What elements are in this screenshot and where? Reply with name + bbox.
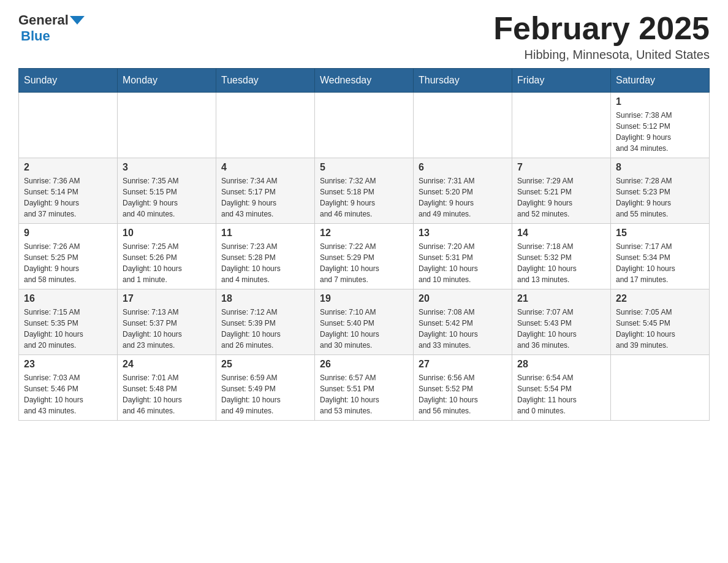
day-number: 13 xyxy=(419,228,507,239)
weekday-header-saturday: Saturday xyxy=(611,69,710,93)
day-number: 22 xyxy=(616,293,704,304)
day-cell: 15Sunrise: 7:17 AM Sunset: 5:34 PM Dayli… xyxy=(611,224,710,289)
day-info: Sunrise: 7:34 AM Sunset: 5:17 PM Dayligh… xyxy=(221,175,309,220)
day-cell xyxy=(315,93,414,158)
week-row-3: 9Sunrise: 7:26 AM Sunset: 5:25 PM Daylig… xyxy=(19,224,710,289)
day-cell xyxy=(19,93,118,158)
day-cell xyxy=(512,93,611,158)
day-number: 19 xyxy=(320,293,408,304)
day-number: 1 xyxy=(616,96,704,107)
day-number: 5 xyxy=(320,162,408,173)
logo-arrow-icon xyxy=(70,16,85,25)
day-number: 20 xyxy=(419,293,507,304)
title-section: February 2025 Hibbing, Minnesota, United… xyxy=(493,12,710,62)
day-cell: 6Sunrise: 7:31 AM Sunset: 5:20 PM Daylig… xyxy=(414,158,512,224)
day-number: 8 xyxy=(616,162,704,173)
day-cell: 18Sunrise: 7:12 AM Sunset: 5:39 PM Dayli… xyxy=(216,289,315,355)
weekday-header-friday: Friday xyxy=(512,69,611,93)
day-cell: 12Sunrise: 7:22 AM Sunset: 5:29 PM Dayli… xyxy=(315,224,414,289)
month-year-title: February 2025 xyxy=(493,12,710,44)
day-info: Sunrise: 7:12 AM Sunset: 5:39 PM Dayligh… xyxy=(221,307,309,351)
day-info: Sunrise: 7:36 AM Sunset: 5:14 PM Dayligh… xyxy=(24,175,112,220)
logo: General Blue xyxy=(18,12,86,44)
day-cell xyxy=(216,93,315,158)
day-cell: 5Sunrise: 7:32 AM Sunset: 5:18 PM Daylig… xyxy=(315,158,414,224)
day-number: 6 xyxy=(419,162,507,173)
day-cell: 23Sunrise: 7:03 AM Sunset: 5:46 PM Dayli… xyxy=(19,355,118,421)
day-cell: 24Sunrise: 7:01 AM Sunset: 5:48 PM Dayli… xyxy=(118,355,216,421)
day-info: Sunrise: 7:29 AM Sunset: 5:21 PM Dayligh… xyxy=(517,175,605,220)
day-cell: 14Sunrise: 7:18 AM Sunset: 5:32 PM Dayli… xyxy=(512,224,611,289)
day-cell: 7Sunrise: 7:29 AM Sunset: 5:21 PM Daylig… xyxy=(512,158,611,224)
week-row-1: 1Sunrise: 7:38 AM Sunset: 5:12 PM Daylig… xyxy=(19,93,710,158)
day-cell: 22Sunrise: 7:05 AM Sunset: 5:45 PM Dayli… xyxy=(611,289,710,355)
day-number: 27 xyxy=(419,359,507,370)
day-info: Sunrise: 7:35 AM Sunset: 5:15 PM Dayligh… xyxy=(123,175,211,220)
day-number: 18 xyxy=(221,293,309,304)
day-number: 10 xyxy=(123,228,211,239)
day-info: Sunrise: 7:23 AM Sunset: 5:28 PM Dayligh… xyxy=(221,241,309,285)
day-info: Sunrise: 7:31 AM Sunset: 5:20 PM Dayligh… xyxy=(419,175,507,220)
day-info: Sunrise: 6:56 AM Sunset: 5:52 PM Dayligh… xyxy=(419,372,507,416)
day-info: Sunrise: 7:08 AM Sunset: 5:42 PM Dayligh… xyxy=(419,307,507,351)
day-cell: 2Sunrise: 7:36 AM Sunset: 5:14 PM Daylig… xyxy=(19,158,118,224)
day-number: 14 xyxy=(517,228,605,239)
day-number: 17 xyxy=(123,293,211,304)
day-cell: 9Sunrise: 7:26 AM Sunset: 5:25 PM Daylig… xyxy=(19,224,118,289)
weekday-header-tuesday: Tuesday xyxy=(216,69,315,93)
day-info: Sunrise: 7:15 AM Sunset: 5:35 PM Dayligh… xyxy=(24,307,112,351)
day-cell xyxy=(414,93,512,158)
day-cell xyxy=(611,355,710,421)
day-info: Sunrise: 7:22 AM Sunset: 5:29 PM Dayligh… xyxy=(320,241,408,285)
day-number: 24 xyxy=(123,359,211,370)
day-cell: 1Sunrise: 7:38 AM Sunset: 5:12 PM Daylig… xyxy=(611,93,710,158)
day-cell: 11Sunrise: 7:23 AM Sunset: 5:28 PM Dayli… xyxy=(216,224,315,289)
weekday-header-thursday: Thursday xyxy=(414,69,512,93)
day-info: Sunrise: 7:03 AM Sunset: 5:46 PM Dayligh… xyxy=(24,372,112,416)
page-header: General Blue February 2025 Hibbing, Minn… xyxy=(18,12,710,62)
day-number: 15 xyxy=(616,228,704,239)
week-row-2: 2Sunrise: 7:36 AM Sunset: 5:14 PM Daylig… xyxy=(19,158,710,224)
day-cell xyxy=(118,93,216,158)
day-cell: 21Sunrise: 7:07 AM Sunset: 5:43 PM Dayli… xyxy=(512,289,611,355)
weekday-header-sunday: Sunday xyxy=(19,69,118,93)
day-number: 4 xyxy=(221,162,309,173)
week-row-4: 16Sunrise: 7:15 AM Sunset: 5:35 PM Dayli… xyxy=(19,289,710,355)
day-cell: 10Sunrise: 7:25 AM Sunset: 5:26 PM Dayli… xyxy=(118,224,216,289)
day-number: 3 xyxy=(123,162,211,173)
day-number: 12 xyxy=(320,228,408,239)
day-number: 21 xyxy=(517,293,605,304)
location-text: Hibbing, Minnesota, United States xyxy=(493,48,710,62)
weekday-header-wednesday: Wednesday xyxy=(315,69,414,93)
day-number: 23 xyxy=(24,359,112,370)
day-info: Sunrise: 6:57 AM Sunset: 5:51 PM Dayligh… xyxy=(320,372,408,416)
day-cell: 26Sunrise: 6:57 AM Sunset: 5:51 PM Dayli… xyxy=(315,355,414,421)
day-info: Sunrise: 6:59 AM Sunset: 5:49 PM Dayligh… xyxy=(221,372,309,416)
week-row-5: 23Sunrise: 7:03 AM Sunset: 5:46 PM Dayli… xyxy=(19,355,710,421)
logo-general-text: General xyxy=(18,12,69,28)
day-info: Sunrise: 7:25 AM Sunset: 5:26 PM Dayligh… xyxy=(123,241,211,285)
day-cell: 27Sunrise: 6:56 AM Sunset: 5:52 PM Dayli… xyxy=(414,355,512,421)
day-number: 26 xyxy=(320,359,408,370)
day-info: Sunrise: 7:28 AM Sunset: 5:23 PM Dayligh… xyxy=(616,175,704,220)
day-cell: 25Sunrise: 6:59 AM Sunset: 5:49 PM Dayli… xyxy=(216,355,315,421)
day-number: 28 xyxy=(517,359,605,370)
day-number: 7 xyxy=(517,162,605,173)
day-cell: 3Sunrise: 7:35 AM Sunset: 5:15 PM Daylig… xyxy=(118,158,216,224)
day-info: Sunrise: 7:01 AM Sunset: 5:48 PM Dayligh… xyxy=(123,372,211,416)
day-number: 9 xyxy=(24,228,112,239)
day-cell: 8Sunrise: 7:28 AM Sunset: 5:23 PM Daylig… xyxy=(611,158,710,224)
day-info: Sunrise: 7:26 AM Sunset: 5:25 PM Dayligh… xyxy=(24,241,112,285)
day-cell: 13Sunrise: 7:20 AM Sunset: 5:31 PM Dayli… xyxy=(414,224,512,289)
day-number: 2 xyxy=(24,162,112,173)
day-info: Sunrise: 7:38 AM Sunset: 5:12 PM Dayligh… xyxy=(616,110,704,154)
day-info: Sunrise: 7:05 AM Sunset: 5:45 PM Dayligh… xyxy=(616,307,704,351)
day-info: Sunrise: 7:13 AM Sunset: 5:37 PM Dayligh… xyxy=(123,307,211,351)
day-cell: 16Sunrise: 7:15 AM Sunset: 5:35 PM Dayli… xyxy=(19,289,118,355)
day-info: Sunrise: 7:10 AM Sunset: 5:40 PM Dayligh… xyxy=(320,307,408,351)
day-info: Sunrise: 7:17 AM Sunset: 5:34 PM Dayligh… xyxy=(616,241,704,285)
day-info: Sunrise: 7:18 AM Sunset: 5:32 PM Dayligh… xyxy=(517,241,605,285)
day-info: Sunrise: 7:32 AM Sunset: 5:18 PM Dayligh… xyxy=(320,175,408,220)
day-cell: 17Sunrise: 7:13 AM Sunset: 5:37 PM Dayli… xyxy=(118,289,216,355)
day-cell: 20Sunrise: 7:08 AM Sunset: 5:42 PM Dayli… xyxy=(414,289,512,355)
